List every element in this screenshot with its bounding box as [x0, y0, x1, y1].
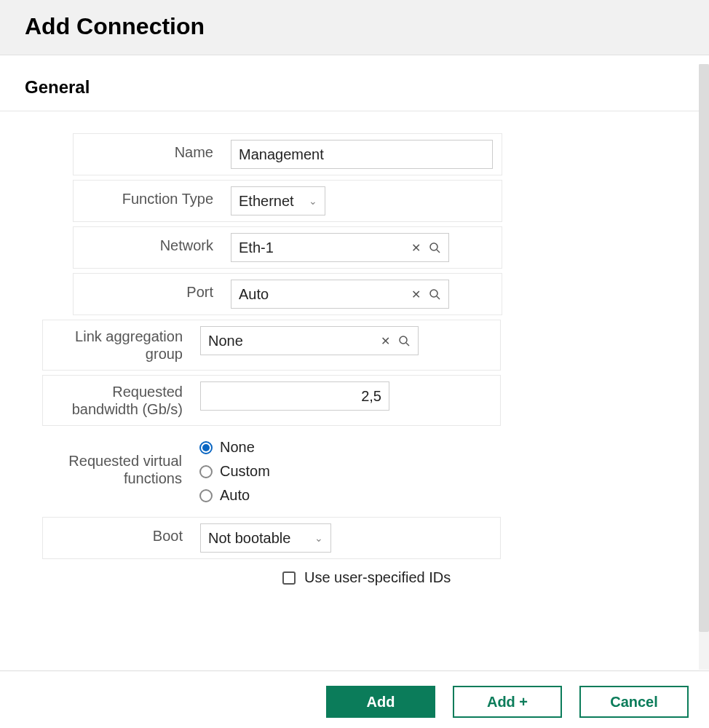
name-input-text: Management — [239, 146, 324, 163]
label-bandwidth: Requested bandwidth (Gb/s) — [43, 376, 196, 425]
add-plus-button[interactable]: Add + — [453, 686, 562, 718]
chevron-down-icon: ⌄ — [309, 195, 317, 207]
lag-combo[interactable]: None ✕ — [200, 326, 419, 355]
cancel-button[interactable]: Cancel — [579, 686, 689, 718]
general-section-title: General — [25, 77, 684, 98]
label-port: Port — [74, 274, 226, 311]
radio-auto-label: Auto — [220, 487, 250, 504]
virtual-functions-radio-group: None Custom Auto — [199, 436, 270, 507]
search-icon[interactable] — [397, 334, 411, 347]
scrollbar[interactable] — [699, 64, 709, 670]
row-lag: Link aggregation group None ✕ — [42, 320, 501, 371]
bandwidth-input[interactable]: 2,5 — [200, 381, 389, 411]
search-icon[interactable] — [428, 241, 441, 254]
svg-line-1 — [437, 250, 440, 253]
checkbox-icon — [282, 571, 296, 585]
radio-custom-label: Custom — [220, 463, 270, 480]
add-button-label: Add — [367, 694, 395, 711]
network-combo[interactable]: Eth-1 ✕ — [231, 233, 449, 262]
svg-line-5 — [406, 343, 409, 346]
radio-icon — [199, 441, 213, 454]
add-connection-dialog: Add Connection General Name Management F… — [0, 0, 709, 728]
chevron-down-icon: ⌄ — [314, 532, 323, 544]
radio-icon — [199, 489, 213, 502]
radio-auto[interactable]: Auto — [199, 487, 270, 504]
scrollbar-thumb[interactable] — [699, 64, 709, 632]
label-network: Network — [74, 227, 226, 264]
row-use-ids[interactable]: Use user-specified IDs — [125, 569, 584, 586]
function-type-value: Ethernet — [239, 193, 294, 210]
search-icon[interactable] — [428, 288, 441, 301]
cancel-button-label: Cancel — [610, 694, 658, 711]
label-boot: Boot — [43, 518, 196, 555]
svg-point-4 — [400, 336, 407, 344]
label-name: Name — [74, 134, 226, 171]
row-boot: Boot Not bootable ⌄ — [42, 517, 501, 559]
row-network: Network Eth-1 ✕ — [73, 226, 502, 269]
row-name: Name Management — [73, 133, 502, 175]
row-virtual-functions: Requested virtual functions None Custom — [42, 430, 501, 513]
clear-icon[interactable]: ✕ — [409, 241, 422, 254]
dialog-content: General Name Management Function Type Et… — [0, 55, 709, 661]
bandwidth-value: 2,5 — [361, 388, 381, 405]
radio-custom[interactable]: Custom — [199, 463, 270, 480]
clear-icon[interactable]: ✕ — [409, 288, 422, 301]
svg-line-3 — [437, 296, 440, 299]
port-combo[interactable]: Auto ✕ — [231, 280, 449, 309]
add-plus-button-label: Add + — [487, 694, 528, 711]
section-header: General — [0, 55, 709, 111]
radio-none[interactable]: None — [199, 439, 270, 456]
label-lag: Link aggregation group — [43, 320, 196, 370]
add-button[interactable]: Add — [326, 686, 435, 718]
row-port: Port Auto ✕ — [73, 273, 502, 315]
radio-none-label: None — [220, 439, 255, 456]
clear-icon[interactable]: ✕ — [379, 334, 392, 347]
lag-value: None — [208, 333, 379, 349]
dialog-title: Add Connection — [25, 13, 684, 40]
svg-point-0 — [430, 243, 437, 250]
use-ids-label: Use user-specified IDs — [304, 569, 451, 586]
name-input[interactable]: Management — [231, 140, 493, 169]
network-value: Eth-1 — [239, 240, 409, 256]
function-type-select[interactable]: Ethernet ⌄ — [231, 186, 325, 215]
svg-point-2 — [430, 290, 437, 297]
port-value: Auto — [239, 286, 409, 303]
row-bandwidth: Requested bandwidth (Gb/s) 2,5 — [42, 375, 501, 426]
boot-value: Not bootable — [208, 530, 290, 547]
boot-select[interactable]: Not bootable ⌄ — [200, 523, 331, 553]
radio-icon — [199, 465, 213, 478]
row-function-type: Function Type Ethernet ⌄ — [73, 180, 502, 222]
label-virtual-functions: Requested virtual functions — [42, 430, 195, 494]
form-body: Name Management Function Type Ethernet ⌄ — [0, 111, 709, 608]
dialog-footer: Add Add + Cancel — [0, 670, 709, 728]
dialog-header: Add Connection — [0, 0, 709, 55]
label-function-type: Function Type — [74, 181, 226, 218]
